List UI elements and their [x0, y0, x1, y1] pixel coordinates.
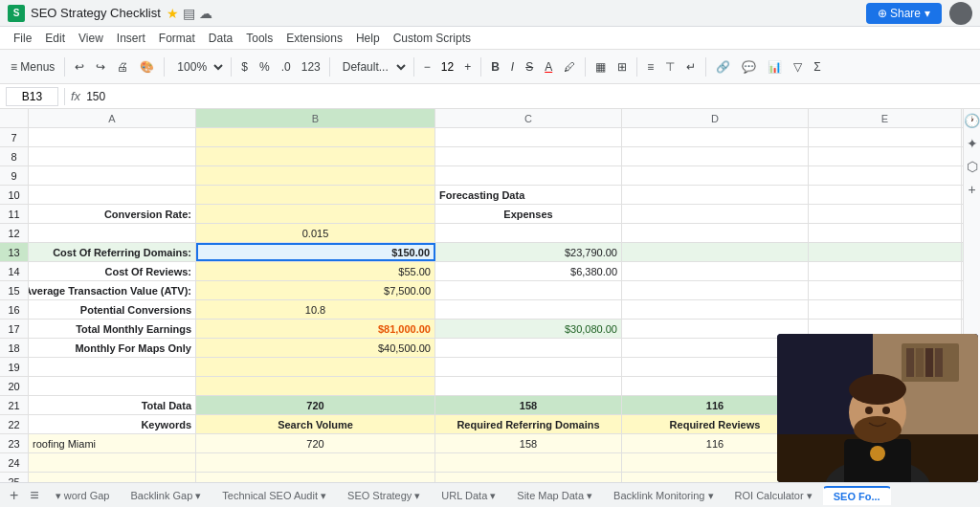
user-avatar[interactable]: [949, 2, 972, 25]
cell-a9[interactable]: [29, 166, 196, 185]
cell-a25[interactable]: [29, 473, 196, 482]
cell-c16[interactable]: [435, 300, 622, 319]
cell-b21[interactable]: 720: [196, 396, 435, 414]
percent-button[interactable]: %: [255, 57, 275, 77]
document-title[interactable]: SEO Strategy Checklist: [31, 6, 161, 20]
tab-technical-seo[interactable]: Technical SEO Audit ▾: [212, 486, 337, 505]
cell-b19[interactable]: [196, 358, 435, 376]
sheet-menu-button[interactable]: ≡: [24, 485, 44, 506]
insert-link[interactable]: 🔗: [711, 57, 735, 77]
sidebar-explore-icon[interactable]: ✦: [967, 136, 978, 151]
cell-a22[interactable]: Keywords: [29, 415, 196, 433]
currency-button[interactable]: $: [236, 57, 253, 77]
col-header-d[interactable]: D: [622, 109, 809, 127]
filter-button[interactable]: ▽: [789, 57, 807, 77]
cell-c20[interactable]: [435, 377, 622, 395]
align-left[interactable]: ≡: [642, 57, 658, 77]
cell-c18[interactable]: [435, 339, 622, 357]
cell-b8[interactable]: [196, 147, 435, 165]
tab-backlink-monitoring[interactable]: Backlink Monitoring ▾: [603, 486, 724, 505]
cell-e11[interactable]: [809, 205, 962, 223]
menu-custom-scripts[interactable]: Custom Scripts: [388, 30, 477, 47]
cell-c7[interactable]: [435, 128, 622, 146]
cell-b11[interactable]: [196, 205, 435, 223]
cell-d16[interactable]: [622, 300, 809, 319]
tab-seo-strategy[interactable]: SEO Strategy ▾: [337, 486, 431, 505]
col-header-b[interactable]: B: [196, 109, 435, 127]
tab-site-map[interactable]: Site Map Data ▾: [506, 486, 603, 505]
cell-c25[interactable]: [435, 473, 622, 482]
col-header-c[interactable]: C: [435, 109, 622, 127]
cell-e12[interactable]: [809, 224, 962, 242]
cell-c17[interactable]: $30,080.00: [435, 320, 622, 338]
col-header-e[interactable]: E: [809, 109, 962, 127]
cell-c8[interactable]: [435, 147, 622, 165]
cell-e16[interactable]: [809, 300, 962, 319]
menu-tools[interactable]: Tools: [240, 30, 278, 47]
menu-data[interactable]: Data: [203, 30, 238, 47]
bold-button[interactable]: B: [486, 57, 504, 77]
cell-c13[interactable]: $23,790.00: [435, 243, 622, 261]
cell-e7[interactable]: [809, 128, 962, 146]
cell-c15[interactable]: [435, 281, 622, 299]
cell-a7[interactable]: [29, 128, 196, 146]
sidebar-history-icon[interactable]: 🕐: [964, 113, 980, 128]
sidebar-add-icon[interactable]: +: [968, 182, 975, 197]
menu-format[interactable]: Format: [153, 30, 201, 47]
insert-comment[interactable]: 💬: [737, 57, 761, 77]
cell-c24[interactable]: [435, 453, 622, 472]
cell-e9[interactable]: [809, 166, 962, 185]
redo-button[interactable]: ↪: [91, 57, 110, 77]
tab-url-data[interactable]: URL Data ▾: [431, 486, 506, 505]
cell-b9[interactable]: [196, 166, 435, 185]
cell-b13[interactable]: $150.00: [196, 243, 435, 261]
cell-d12[interactable]: [622, 224, 809, 242]
cell-c10[interactable]: Forecasting Data: [435, 186, 622, 204]
cell-a18[interactable]: Monthly For Maps Only: [29, 339, 196, 357]
print-button[interactable]: 🖨: [112, 57, 133, 77]
menu-view[interactable]: View: [73, 30, 109, 47]
menu-help[interactable]: Help: [350, 30, 386, 47]
cell-e10[interactable]: [809, 186, 962, 204]
undo-button[interactable]: ↩: [70, 57, 89, 77]
cell-c9[interactable]: [435, 166, 622, 185]
cell-a15[interactable]: Average Transaction Value (ATV):: [29, 281, 196, 299]
tab-backlink-gap[interactable]: Backlink Gap ▾: [120, 486, 212, 505]
zoom-select[interactable]: 100%: [169, 57, 226, 77]
cell-b25[interactable]: [196, 473, 435, 482]
cell-c12[interactable]: [435, 224, 622, 242]
highlight-button[interactable]: 🖊: [559, 57, 580, 77]
menu-insert[interactable]: Insert: [111, 30, 151, 47]
font-color-button[interactable]: A: [540, 57, 557, 77]
cell-b14[interactable]: $55.00: [196, 262, 435, 280]
tab-word-gap[interactable]: ▾ word Gap: [45, 486, 121, 505]
col-header-a[interactable]: A: [29, 109, 196, 127]
cell-e15[interactable]: [809, 281, 962, 299]
cell-c23[interactable]: 158: [435, 434, 622, 452]
cell-c19[interactable]: [435, 358, 622, 376]
cell-d15[interactable]: [622, 281, 809, 299]
align-vertical[interactable]: ⊤: [660, 57, 679, 77]
cell-b22[interactable]: Search Volume: [196, 415, 435, 433]
cell-d10[interactable]: [622, 186, 809, 204]
cell-b18[interactable]: $40,500.00: [196, 339, 435, 357]
insert-chart[interactable]: 📊: [763, 57, 787, 77]
cell-b10[interactable]: [196, 186, 435, 204]
decimal-button[interactable]: .0: [277, 57, 296, 77]
cell-b7[interactable]: [196, 128, 435, 146]
cell-b15[interactable]: $7,500.00: [196, 281, 435, 299]
tab-roi-calculator[interactable]: ROI Calculator ▾: [724, 486, 823, 505]
italic-button[interactable]: I: [506, 57, 519, 77]
cell-b17[interactable]: $81,000.00: [196, 320, 435, 338]
paint-format-button[interactable]: 🎨: [135, 57, 159, 77]
cell-e13[interactable]: [809, 243, 962, 261]
add-sheet-button[interactable]: +: [4, 485, 24, 506]
cell-a20[interactable]: [29, 377, 196, 395]
cell-a12[interactable]: [29, 224, 196, 242]
cell-d14[interactable]: [622, 262, 809, 280]
cell-c11[interactable]: Expenses: [435, 205, 622, 223]
cell-a10[interactable]: [29, 186, 196, 204]
cell-a13[interactable]: Cost Of Referring Domains:: [29, 243, 196, 261]
menus-button[interactable]: ≡ Menus: [6, 57, 59, 77]
star-icon[interactable]: ★: [167, 6, 179, 21]
